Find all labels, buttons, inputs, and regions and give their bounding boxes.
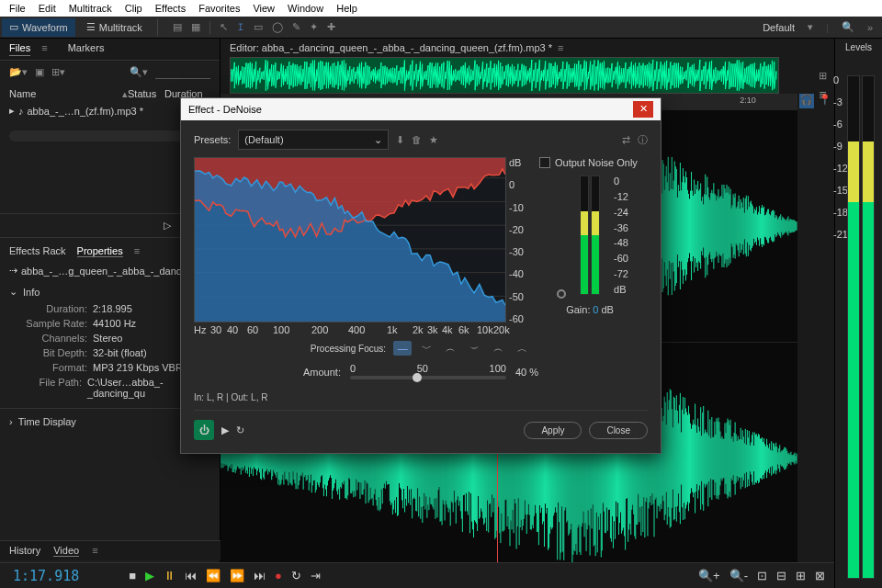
zoom-out-icon[interactable]: 🔍-: [729, 569, 748, 582]
play-button[interactable]: ▶: [145, 569, 154, 582]
view-multitrack-button[interactable]: ☰ Multitrack: [79, 18, 150, 37]
menu-effects[interactable]: Effects: [150, 2, 191, 15]
menu-edit[interactable]: Edit: [33, 2, 62, 15]
stamp-tool-icon[interactable]: ✦: [310, 21, 318, 33]
dialog-titlebar[interactable]: Effect - DeNoise ✕: [181, 98, 661, 120]
pitch-icon[interactable]: ▦: [191, 21, 200, 33]
zoom-full-icon[interactable]: ⊡: [757, 569, 767, 582]
brush-tool-icon[interactable]: ✎: [292, 21, 300, 33]
search-input[interactable]: [155, 64, 210, 79]
save-preset-icon[interactable]: ⬇: [396, 134, 404, 146]
divider: [209, 21, 210, 34]
amount-value[interactable]: 40: [515, 367, 526, 378]
focus-full-icon[interactable]: —: [393, 341, 412, 356]
focus-mid-icon[interactable]: ︶: [465, 341, 483, 356]
hamburger-icon[interactable]: ≡: [134, 245, 140, 257]
open-file-icon[interactable]: 📂▾: [9, 66, 28, 78]
skip-selection-button[interactable]: ⇥: [311, 569, 321, 582]
multitrack-icon: ☰: [86, 21, 96, 33]
marquee-tool-icon[interactable]: ▭: [254, 21, 263, 33]
link-icon[interactable]: ⇢: [9, 265, 17, 277]
waveform-overview[interactable]: [230, 57, 779, 94]
favorite-icon[interactable]: ★: [429, 134, 438, 146]
expand-icon[interactable]: »: [867, 22, 873, 33]
transport-controls: ■ ▶ ⏸ ⏮ ⏪ ⏩ ⏭ ● ↻ ⇥: [129, 569, 321, 582]
hamburger-icon[interactable]: ≡: [558, 42, 563, 53]
tab-markers[interactable]: Markers: [68, 42, 105, 56]
prev-button[interactable]: ⏮: [185, 569, 197, 582]
tab-files[interactable]: Files: [9, 42, 30, 56]
menu-favorites[interactable]: Favorites: [193, 2, 245, 15]
stop-button[interactable]: ■: [129, 569, 136, 582]
search-icon[interactable]: 🔍: [842, 21, 854, 33]
apply-button[interactable]: Apply: [524, 422, 582, 439]
preset-dropdown[interactable]: (Default) ⌄: [238, 130, 389, 150]
time-selection-tool-icon[interactable]: 𝙸: [237, 21, 244, 33]
hamburger-icon[interactable]: ≡: [41, 42, 47, 56]
channels-label: Channels:: [18, 333, 87, 344]
new-file-icon[interactable]: ⊞▾: [51, 66, 65, 78]
menu-window[interactable]: Window: [282, 2, 329, 15]
chevron-down-icon[interactable]: ▾: [808, 21, 813, 33]
channel-map-icon[interactable]: ⇄: [622, 134, 630, 146]
slider-thumb[interactable]: [413, 373, 422, 382]
menu-help[interactable]: Help: [331, 2, 363, 15]
power-button[interactable]: ⏻: [194, 420, 214, 440]
gain-knob[interactable]: [557, 289, 566, 299]
filter-icon[interactable]: 🔍▾: [130, 66, 148, 78]
menu-file[interactable]: File: [4, 2, 31, 15]
zoom-in-time-icon[interactable]: ⊞: [796, 569, 806, 582]
preview-play-button[interactable]: ▶: [221, 424, 229, 436]
record-button[interactable]: ●: [275, 569, 282, 582]
close-dialog-button[interactable]: Close: [589, 422, 648, 439]
hamburger-icon[interactable]: ≡: [92, 545, 97, 557]
headphones-icon[interactable]: 🎧: [799, 94, 814, 108]
time-display[interactable]: 1:17.918: [0, 568, 92, 584]
col-status[interactable]: Status: [128, 88, 164, 100]
amount-slider[interactable]: 050100: [350, 376, 506, 379]
focus-high-icon[interactable]: ︿: [513, 341, 531, 356]
lasso-tool-icon[interactable]: ◯: [272, 21, 283, 33]
spectral-icon[interactable]: ▤: [173, 21, 182, 33]
col-name[interactable]: Name: [9, 88, 122, 100]
presets-label: Presets:: [194, 134, 231, 145]
record-file-icon[interactable]: ▣: [35, 66, 44, 78]
zoom-in-icon[interactable]: 🔍+: [698, 569, 720, 582]
move-tool-icon[interactable]: ↖: [220, 21, 228, 33]
level-ticks: 0-3-6-9-12-15-18-21: [833, 75, 848, 252]
menu-view[interactable]: View: [247, 2, 280, 15]
divider: |: [826, 22, 829, 33]
heal-tool-icon[interactable]: ✚: [327, 21, 335, 33]
workspace-label[interactable]: Default: [763, 22, 795, 33]
pin-icon[interactable]: 📍: [818, 94, 832, 108]
next-button[interactable]: ⏭: [254, 569, 266, 582]
zoom-out-time-icon[interactable]: ⊠: [815, 569, 825, 582]
zoom-selection-icon[interactable]: ⊟: [776, 569, 786, 582]
focus-lowmid-icon[interactable]: ︵: [441, 341, 459, 356]
chevron-down-icon: ⌄: [9, 286, 17, 298]
pause-button[interactable]: ⏸: [164, 569, 175, 582]
menu-multitrack[interactable]: Multitrack: [63, 2, 118, 15]
loop-button[interactable]: ↻: [291, 569, 301, 582]
zoom-fit-icon[interactable]: ⊞: [819, 70, 827, 82]
menu-clip[interactable]: Clip: [119, 2, 148, 15]
output-noise-checkbox[interactable]: Output Noise Only: [539, 157, 640, 168]
focus-low-icon[interactable]: ﹀: [417, 341, 435, 356]
rewind-button[interactable]: ⏪: [206, 569, 220, 582]
view-waveform-button[interactable]: ▭ Waveform: [2, 18, 75, 37]
info-icon[interactable]: ⓘ: [638, 133, 648, 147]
delete-preset-icon[interactable]: 🗑: [412, 134, 422, 145]
close-button[interactable]: ✕: [633, 101, 653, 118]
forward-button[interactable]: ⏩: [230, 569, 244, 582]
menubar[interactable]: File Edit Multitrack Clip Effects Favori…: [0, 0, 882, 17]
tab-effects-rack[interactable]: Effects Rack: [9, 245, 66, 257]
focus-highmid-icon[interactable]: ︵: [489, 341, 507, 356]
tab-properties[interactable]: Properties: [77, 245, 123, 257]
preview-loop-button[interactable]: ↻: [236, 424, 244, 436]
play-icon[interactable]: ▷: [164, 220, 171, 232]
tab-video[interactable]: Video: [53, 545, 79, 557]
tab-history[interactable]: History: [9, 545, 40, 557]
spectrum-chart[interactable]: [194, 157, 506, 322]
file-path-label: File Path:: [18, 377, 82, 399]
format-label: Format:: [18, 362, 87, 373]
